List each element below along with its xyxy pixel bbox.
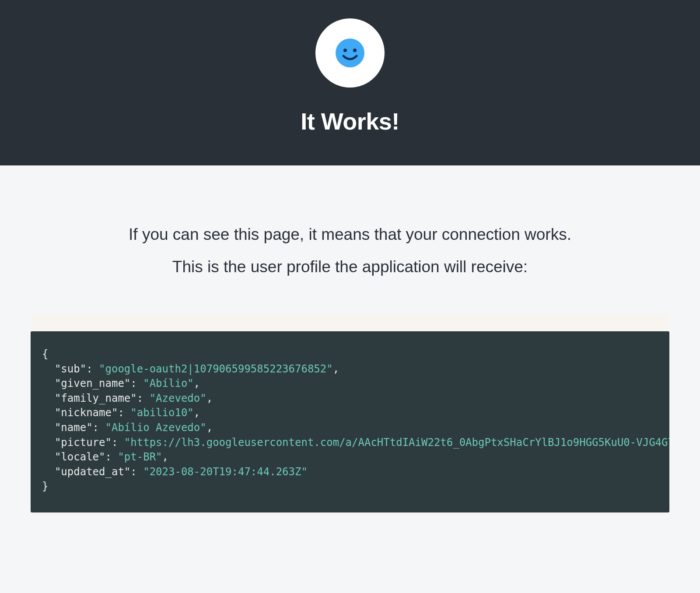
main-content: If you can see this page, it means that … [0,165,700,512]
profile-name: Abílio Azevedo [112,421,200,434]
profile-given-name: Abílio [150,377,188,389]
svg-point-2 [353,49,357,52]
avatar-circle [315,18,385,88]
profile-sub: google-oauth2|107906599585223676852 [105,363,327,375]
description-line-1: If you can see this page, it means that … [129,222,571,247]
page-title: It Works! [301,108,399,135]
profile-updated-at: 2023-08-20T19:47:44.263Z [150,466,301,478]
profile-nickname: abilio10 [137,407,188,419]
profile-family-name: Azevedo [156,392,200,404]
svg-point-1 [343,49,347,52]
smiley-face-icon [336,39,364,67]
profile-picture: https://lh3.googleusercontent.com/a/AAcH… [130,436,669,449]
description-line-2: This is the user profile the application… [129,255,571,279]
profile-locale: pt-BR [124,451,156,463]
svg-point-0 [336,39,364,67]
user-profile-json: { "sub": "google-oauth2|1079065995852236… [31,331,669,512]
code-wrapper: { "sub": "google-oauth2|1079065995852236… [31,314,669,512]
description-text: If you can see this page, it means that … [129,222,571,279]
page-header: It Works! [0,0,700,165]
